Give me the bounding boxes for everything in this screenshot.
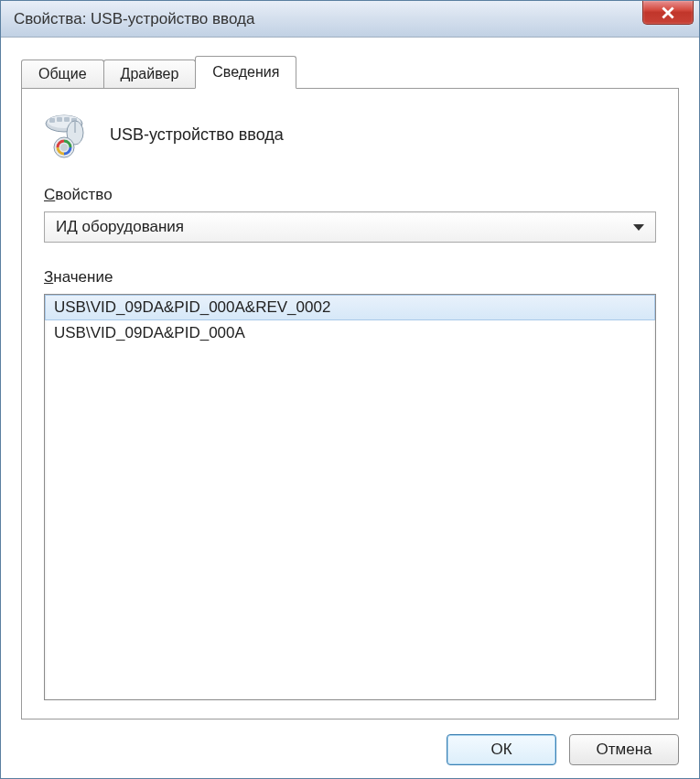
device-name: USB-устройство ввода [110,125,284,145]
titlebar[interactable]: Свойства: USB-устройство ввода [1,1,699,38]
device-icon [44,111,92,158]
tab-general[interactable]: Общие [21,60,104,88]
value-listbox[interactable]: USB\VID_09DA&PID_000A&REV_0002 USB\VID_0… [44,294,656,700]
svg-rect-3 [57,117,62,122]
dialog-content: Общие Драйвер Сведения [1,38,699,778]
details-panel: USB-устройство ввода Свойство ИД оборудо… [21,88,679,719]
list-item[interactable]: USB\VID_09DA&PID_000A&REV_0002 [45,295,655,320]
list-item[interactable]: USB\VID_09DA&PID_000A [45,320,655,346]
ok-button[interactable]: ОК [447,734,556,765]
svg-rect-2 [49,118,55,123]
window-title: Свойства: USB-устройство ввода [14,10,254,28]
property-selected-value: ИД оборудования [56,218,184,236]
property-label: Свойство [44,186,656,204]
svg-rect-4 [64,117,70,122]
tab-strip: Общие Драйвер Сведения [21,56,679,88]
tab-details[interactable]: Сведения [195,56,296,89]
tab-driver[interactable]: Драйвер [103,60,197,88]
cancel-button[interactable]: Отмена [569,734,679,765]
svg-point-9 [60,144,68,151]
device-header: USB-устройство ввода [44,111,656,158]
close-icon [662,6,674,19]
close-button[interactable] [642,1,694,25]
properties-dialog: Свойства: USB-устройство ввода Общие Дра… [0,0,700,779]
chevron-down-icon [633,224,644,231]
dialog-buttons: ОК Отмена [21,719,679,765]
value-label: Значение [44,268,656,287]
property-dropdown[interactable]: ИД оборудования [44,211,656,243]
